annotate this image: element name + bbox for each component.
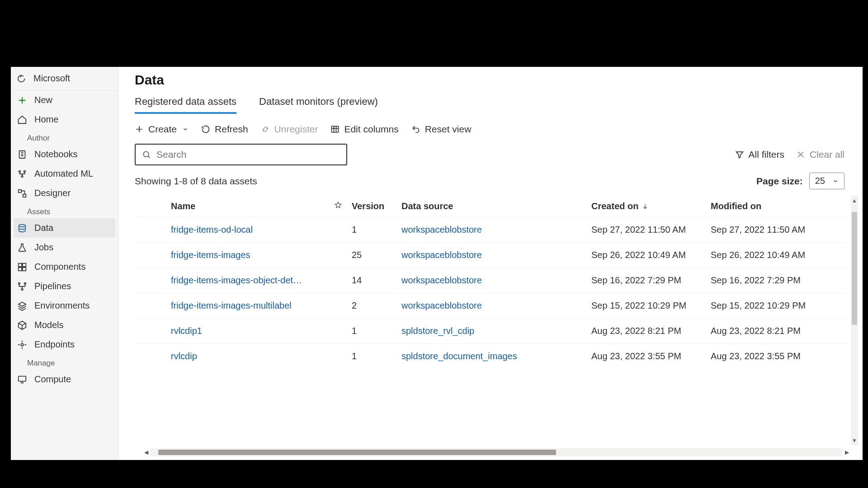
all-filters-button[interactable]: All filters xyxy=(735,149,784,160)
sidebar-item-models[interactable]: Models xyxy=(11,315,118,335)
sidebar-item-components[interactable]: Components xyxy=(11,257,118,277)
page-title: Data xyxy=(135,72,863,88)
row-created: Sep 27, 2022 11:50 AM xyxy=(591,225,711,235)
page-size-label: Page size: xyxy=(756,176,803,187)
row-name[interactable]: rvlcdip xyxy=(171,351,325,361)
sidebar-item-notebooks[interactable]: Notebooks xyxy=(11,145,118,164)
vertical-scrollbar[interactable]: ▲ ▼ xyxy=(851,196,858,446)
sidebar-item-designer[interactable]: Designer xyxy=(11,183,118,203)
search-input-wrap[interactable] xyxy=(135,144,347,165)
col-modified[interactable]: Modified on xyxy=(711,201,830,211)
col-created-label: Created on xyxy=(591,201,638,211)
table-row[interactable]: rvlcdip11spldstore_rvl_cdipAug 23, 2022 … xyxy=(135,319,847,344)
sidebar-item-jobs[interactable]: Jobs xyxy=(11,238,118,257)
create-button[interactable]: Create xyxy=(135,124,189,135)
col-version[interactable]: Version xyxy=(352,201,401,211)
svg-rect-4 xyxy=(19,189,21,192)
home-icon xyxy=(17,115,27,125)
row-created: Aug 23, 2022 8:21 PM xyxy=(591,326,711,336)
chevron-down-icon xyxy=(182,126,189,132)
row-source[interactable]: workspaceblobstore xyxy=(401,250,591,260)
refresh-button[interactable]: Refresh xyxy=(201,124,248,135)
row-source[interactable]: spldstore_document_images xyxy=(401,351,591,361)
table-row[interactable]: fridge-items-od-local1workspaceblobstore… xyxy=(135,217,847,243)
data-icon xyxy=(17,223,27,233)
row-name[interactable]: fridge-items-images-multilabel xyxy=(171,300,325,311)
row-created: Aug 23, 2022 3:55 PM xyxy=(591,351,711,361)
table-row[interactable]: fridge-items-images25workspaceblobstoreS… xyxy=(135,243,847,268)
tab-registered-assets[interactable]: Registered data assets xyxy=(135,96,236,114)
unlink-icon xyxy=(261,125,270,134)
page-size-select[interactable]: 25 xyxy=(809,173,844,189)
row-name[interactable]: fridge-items-images-object-det… xyxy=(171,275,325,286)
tab-dataset-monitors[interactable]: Dataset monitors (preview) xyxy=(259,96,378,114)
unregister-label: Unregister xyxy=(274,124,318,135)
sidebar-item-environments[interactable]: Environments xyxy=(11,296,118,315)
col-source[interactable]: Data source xyxy=(401,201,591,211)
svg-rect-5 xyxy=(23,194,26,197)
row-modified: Sep 16, 2022 7:29 PM xyxy=(711,275,830,286)
sidebar-item-automl[interactable]: Automated ML xyxy=(11,164,118,183)
row-modified: Sep 15, 2022 10:29 PM xyxy=(711,300,830,311)
edit-columns-button[interactable]: Edit columns xyxy=(330,124,398,135)
search-input[interactable] xyxy=(156,149,340,160)
sidebar-group-assets: Assets xyxy=(11,203,118,218)
row-source[interactable]: workspaceblobstore xyxy=(401,275,591,286)
scroll-left-icon[interactable]: ◀ xyxy=(142,448,150,456)
reset-view-label: Reset view xyxy=(425,124,472,135)
sidebar-item-compute[interactable]: Compute xyxy=(11,370,118,389)
sidebar-back-label: Microsoft xyxy=(33,73,70,84)
row-name[interactable]: rvlcdip1 xyxy=(171,326,325,336)
unregister-button[interactable]: Unregister xyxy=(261,124,318,135)
row-name[interactable]: fridge-items-images xyxy=(171,250,325,260)
close-icon xyxy=(796,150,805,159)
sidebar-item-label: New xyxy=(34,95,52,105)
chevron-down-icon xyxy=(832,178,839,184)
row-source[interactable]: workspaceblobstore xyxy=(401,300,591,311)
row-name[interactable]: fridge-items-od-local xyxy=(171,225,325,235)
table-row[interactable]: rvlcdip1spldstore_document_imagesAug 23,… xyxy=(135,344,847,366)
row-modified: Aug 23, 2022 8:21 PM xyxy=(711,326,830,336)
sidebar-item-endpoints[interactable]: Endpoints xyxy=(11,335,118,354)
row-created: Sep 26, 2022 10:49 AM xyxy=(591,250,711,260)
hscroll-thumb[interactable] xyxy=(158,450,556,455)
table-row[interactable]: fridge-items-images-object-det…14workspa… xyxy=(135,268,847,293)
col-name[interactable]: Name xyxy=(171,201,325,211)
pipeline-icon xyxy=(17,282,27,291)
col-created[interactable]: Created on xyxy=(591,201,711,211)
back-arrow-icon xyxy=(17,74,27,84)
tabs: Registered data assets Dataset monitors … xyxy=(135,96,863,114)
sidebar-item-pipelines[interactable]: Pipelines xyxy=(11,277,118,296)
svg-point-3 xyxy=(21,175,23,177)
svg-rect-16 xyxy=(332,126,339,132)
sidebar-back[interactable]: Microsoft xyxy=(11,67,118,90)
stats-row: Showing 1-8 of 8 data assets Page size: … xyxy=(135,173,863,189)
search-icon xyxy=(142,150,151,159)
showing-text: Showing 1-8 of 8 data assets xyxy=(135,176,257,187)
row-version: 14 xyxy=(352,275,401,286)
scroll-right-icon[interactable]: ▶ xyxy=(843,448,851,456)
row-source[interactable]: workspaceblobstore xyxy=(401,225,591,235)
sidebar-item-label: Environments xyxy=(34,300,90,311)
undo-icon xyxy=(411,125,420,134)
filter-icon xyxy=(735,150,744,159)
create-label: Create xyxy=(148,124,177,135)
components-icon xyxy=(17,262,27,272)
row-source[interactable]: spldstore_rvl_cdip xyxy=(401,326,591,336)
sidebar-item-home[interactable]: Home xyxy=(11,110,118,129)
horizontal-scrollbar[interactable]: ◀ ▶ xyxy=(150,448,843,456)
clear-all-button[interactable]: Clear all xyxy=(796,149,844,160)
svg-rect-7 xyxy=(19,263,22,266)
sidebar-item-label: Endpoints xyxy=(34,339,75,350)
svg-point-11 xyxy=(19,282,20,284)
scroll-down-icon[interactable]: ▼ xyxy=(851,436,858,445)
scroll-up-icon[interactable]: ▲ xyxy=(851,197,858,205)
sidebar-item-label: Models xyxy=(34,320,63,330)
sidebar-item-data[interactable]: Data xyxy=(14,218,115,238)
row-created: Sep 16, 2022 7:29 PM xyxy=(591,275,711,286)
sidebar-item-new[interactable]: New xyxy=(11,90,118,110)
reset-view-button[interactable]: Reset view xyxy=(411,124,472,135)
scroll-thumb[interactable] xyxy=(852,212,857,325)
col-favorite[interactable] xyxy=(325,201,352,211)
table-row[interactable]: fridge-items-images-multilabel2workspace… xyxy=(135,293,847,319)
